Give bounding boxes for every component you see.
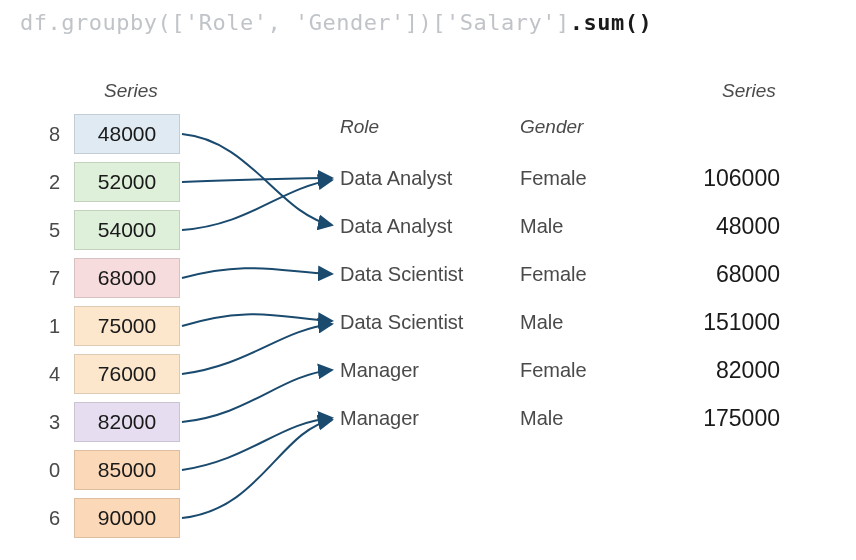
source-row: 4 76000 — [30, 354, 180, 394]
row-index: 4 — [30, 363, 60, 386]
code-bold-part: .sum() — [570, 10, 652, 35]
result-role: Data Scientist — [340, 311, 520, 334]
result-gender: Female — [520, 263, 640, 286]
source-row: 8 48000 — [30, 114, 180, 154]
result-role: Manager — [340, 407, 520, 430]
result-row: Data Analyst Male 48000 — [340, 206, 780, 246]
arrow-icon — [182, 178, 332, 182]
salary-cell: 76000 — [74, 354, 180, 394]
salary-cell: 90000 — [74, 498, 180, 538]
result-row: Manager Male 175000 — [340, 398, 780, 438]
arrow-icon — [182, 420, 332, 518]
result-value: 106000 — [640, 165, 780, 192]
result-gender: Male — [520, 311, 640, 334]
source-row: 0 85000 — [30, 450, 180, 490]
source-row: 1 75000 — [30, 306, 180, 346]
row-index: 6 — [30, 507, 60, 530]
row-index: 2 — [30, 171, 60, 194]
row-index: 5 — [30, 219, 60, 242]
gender-column-header: Gender — [520, 116, 583, 138]
code-expression: df.groupby(['Role', 'Gender'])['Salary']… — [20, 10, 652, 35]
result-role: Data Analyst — [340, 215, 520, 238]
salary-cell: 85000 — [74, 450, 180, 490]
row-index: 0 — [30, 459, 60, 482]
result-row: Data Scientist Male 151000 — [340, 302, 780, 342]
result-value: 82000 — [640, 357, 780, 384]
result-role: Data Scientist — [340, 263, 520, 286]
result-value: 48000 — [640, 213, 780, 240]
result-value: 68000 — [640, 261, 780, 288]
arrow-icon — [182, 134, 332, 225]
result-gender: Male — [520, 407, 640, 430]
arrow-icon — [182, 324, 332, 374]
left-series-header: Series — [104, 80, 158, 102]
result-value: 151000 — [640, 309, 780, 336]
result-row: Data Analyst Female 106000 — [340, 158, 780, 198]
row-index: 1 — [30, 315, 60, 338]
role-column-header: Role — [340, 116, 379, 138]
arrow-icon — [182, 370, 332, 422]
source-row: 2 52000 — [30, 162, 180, 202]
result-row: Manager Female 82000 — [340, 350, 780, 390]
row-index: 3 — [30, 411, 60, 434]
arrow-icon — [182, 418, 332, 470]
salary-cell: 75000 — [74, 306, 180, 346]
row-index: 8 — [30, 123, 60, 146]
result-gender: Female — [520, 359, 640, 382]
arrow-icon — [182, 268, 332, 278]
salary-cell: 54000 — [74, 210, 180, 250]
code-gray-part: df.groupby(['Role', 'Gender'])['Salary'] — [20, 10, 570, 35]
result-role: Manager — [340, 359, 520, 382]
result-gender: Male — [520, 215, 640, 238]
source-row: 5 54000 — [30, 210, 180, 250]
arrow-icon — [182, 314, 332, 326]
result-gender: Female — [520, 167, 640, 190]
salary-cell: 52000 — [74, 162, 180, 202]
arrow-icon — [182, 180, 332, 230]
result-role: Data Analyst — [340, 167, 520, 190]
result-row: Data Scientist Female 68000 — [340, 254, 780, 294]
row-index: 7 — [30, 267, 60, 290]
right-series-header: Series — [722, 80, 776, 102]
source-row: 6 90000 — [30, 498, 180, 538]
salary-cell: 48000 — [74, 114, 180, 154]
result-value: 175000 — [640, 405, 780, 432]
source-row: 7 68000 — [30, 258, 180, 298]
salary-cell: 68000 — [74, 258, 180, 298]
source-row: 3 82000 — [30, 402, 180, 442]
salary-cell: 82000 — [74, 402, 180, 442]
